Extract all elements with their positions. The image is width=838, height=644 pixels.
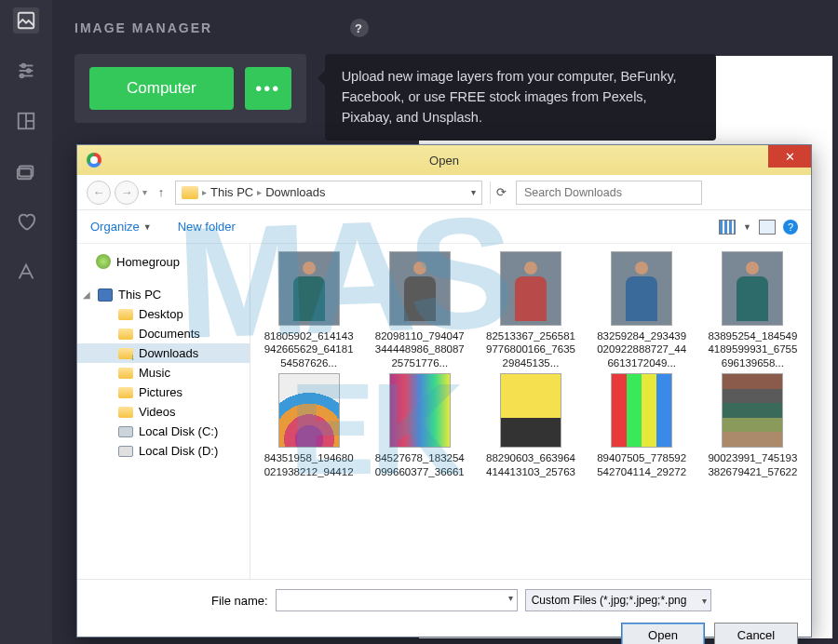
file-thumbnail	[722, 251, 783, 326]
files-grid: 81805902_614143942665629_6418154587626..…	[250, 244, 811, 579]
rail-heart-icon[interactable]	[13, 208, 39, 235]
chevron-icon: ▸	[202, 187, 207, 197]
close-button[interactable]: ✕	[768, 145, 811, 168]
file-item[interactable]: 81805902_614143942665629_6418154587626..…	[256, 251, 361, 369]
dialog-toolbar: Organize ▼ New folder ▼ ?	[77, 210, 811, 244]
file-thumbnail	[611, 251, 672, 326]
organize-menu[interactable]: Organize ▼	[90, 220, 152, 234]
file-thumbnail	[389, 373, 451, 448]
folder-tree: Homegroup ◢This PC DesktopDocumentsDownl…	[77, 244, 250, 579]
help-icon[interactable]: ?	[350, 19, 369, 37]
folder-icon	[118, 309, 133, 320]
chrome-icon	[87, 153, 101, 168]
tree-item-pictures[interactable]: Pictures	[77, 382, 250, 402]
upload-button-group: Computer •••	[74, 54, 306, 123]
nav-up-button[interactable]: ↑	[151, 182, 171, 203]
dialog-titlebar: Open ✕	[77, 145, 811, 175]
file-item[interactable]: 84527678_183254099660377_36661	[367, 373, 472, 478]
rail-text-icon[interactable]	[13, 259, 39, 285]
tree-item-localdiskc[interactable]: Local Disk (C:)	[77, 422, 250, 441]
view-thumbnails-icon[interactable]	[719, 220, 736, 235]
file-item[interactable]: 82098110_794047344448986_8808725751776..…	[367, 251, 472, 369]
file-name: 82513367_256581977680016​6_763529845135.…	[484, 329, 577, 369]
file-thumbnail	[500, 373, 561, 448]
file-name: 90023991_745193382679421_57622	[706, 451, 799, 478]
file-item[interactable]: 84351958_194680021938212_94412	[256, 373, 361, 478]
folder-icon	[118, 407, 133, 418]
refresh-button[interactable]: ⟳	[490, 181, 512, 204]
expand-icon[interactable]: ◢	[83, 289, 92, 300]
file-name: 81805902_614143942665629_6418154587626..…	[263, 329, 356, 369]
file-thumbnail	[500, 251, 561, 326]
folder-icon	[182, 186, 198, 199]
image-manager-panel: IMAGE MANAGER ? Computer ••• Upload new …	[52, 0, 838, 140]
tree-item-music[interactable]: Music	[77, 363, 250, 382]
dialog-help-icon[interactable]: ?	[783, 220, 798, 235]
file-thumbnail	[722, 373, 783, 448]
filetype-select[interactable]: Custom Files (*.jpg;*.jpeg;*.png	[525, 589, 711, 611]
tooltip-text: Upload new image layers from your comput…	[325, 54, 716, 141]
cancel-button[interactable]: Cancel	[714, 623, 798, 644]
file-name: 82098110_794047344448986_8808725751776..…	[373, 329, 466, 369]
file-thumbnail	[278, 373, 340, 448]
dialog-title: Open	[429, 154, 459, 168]
open-button[interactable]: Open	[621, 623, 705, 644]
file-name: 83895254_184549418959993​1_6755696139658…	[706, 329, 799, 369]
filename-label: File name:	[211, 594, 268, 608]
file-thumbnail	[389, 251, 451, 326]
file-item[interactable]: 88290603_663964414413103_25763	[478, 373, 583, 478]
tree-item-localdiskd[interactable]: Local Disk (D:)	[77, 441, 250, 461]
file-item[interactable]: 82513367_256581977680016​6_763529845135.…	[478, 251, 583, 369]
dialog-footer: File name: Custom Files (*.jpg;*.jpeg;*.…	[77, 579, 811, 644]
rail-adjust-icon[interactable]	[13, 58, 39, 84]
rail-image-icon[interactable]	[13, 7, 39, 34]
folder-icon	[118, 387, 133, 398]
file-open-dialog: Open ✕ ← → ▾ ↑ ▸ This PC ▸ Downloads ▾ ⟳…	[76, 144, 812, 637]
disk-icon	[118, 426, 133, 437]
breadcrumb-current[interactable]: Downloads	[265, 185, 325, 199]
breadcrumb[interactable]: ▸ This PC ▸ Downloads ▾	[175, 181, 482, 205]
file-item[interactable]: 89407505_778592542704114_29272	[589, 373, 695, 478]
file-name: 83259284_293439020922888727_446613172049…	[595, 329, 688, 369]
tree-homegroup[interactable]: Homegroup	[77, 251, 250, 272]
view-preview-icon[interactable]	[759, 220, 776, 235]
breadcrumb-dropdown[interactable]: ▾	[471, 187, 476, 197]
tree-item-desktop[interactable]: Desktop	[77, 304, 250, 324]
file-name: 84351958_194680021938212_94412	[263, 451, 356, 478]
rail-layout-icon[interactable]	[13, 108, 39, 134]
left-rail	[0, 0, 52, 644]
pc-icon	[98, 288, 113, 302]
tree-item-documents[interactable]: Documents	[77, 324, 250, 343]
tree-item-videos[interactable]: Videos	[77, 402, 250, 422]
nav-back-button[interactable]: ←	[87, 181, 111, 205]
homegroup-icon	[96, 254, 111, 269]
more-sources-button[interactable]: •••	[245, 67, 291, 110]
tree-thispc[interactable]: ◢This PC	[77, 285, 250, 304]
file-item[interactable]: 83259284_293439020922888727_446613172049…	[589, 251, 695, 369]
folder-icon	[118, 368, 133, 379]
filename-input[interactable]	[276, 589, 518, 611]
file-item[interactable]: 83895254_184549418959993​1_6755696139658…	[700, 251, 805, 369]
new-folder-button[interactable]: New folder	[178, 220, 236, 234]
file-thumbnail	[611, 373, 672, 448]
dialog-nav: ← → ▾ ↑ ▸ This PC ▸ Downloads ▾ ⟳	[77, 175, 811, 210]
nav-forward-button[interactable]: →	[115, 181, 139, 205]
rail-element-icon[interactable]	[13, 158, 39, 184]
search-input[interactable]	[516, 181, 702, 205]
file-item[interactable]: 90023991_745193382679421_57622	[700, 373, 805, 478]
tree-item-downloads[interactable]: Downloads	[77, 343, 250, 363]
file-name: 84527678_183254099660377_36661	[373, 451, 466, 478]
file-name: 88290603_663964414413103_25763	[484, 451, 577, 478]
file-thumbnail	[278, 251, 340, 326]
breadcrumb-root[interactable]: This PC	[210, 185, 253, 199]
folder-icon	[118, 329, 133, 340]
file-name: 89407505_778592542704114_29272	[595, 451, 688, 478]
chevron-icon: ▸	[257, 187, 262, 197]
disk-icon	[118, 446, 133, 457]
computer-button[interactable]: Computer	[89, 67, 234, 110]
folder-icon	[118, 348, 133, 359]
panel-title: IMAGE MANAGER	[74, 20, 212, 35]
